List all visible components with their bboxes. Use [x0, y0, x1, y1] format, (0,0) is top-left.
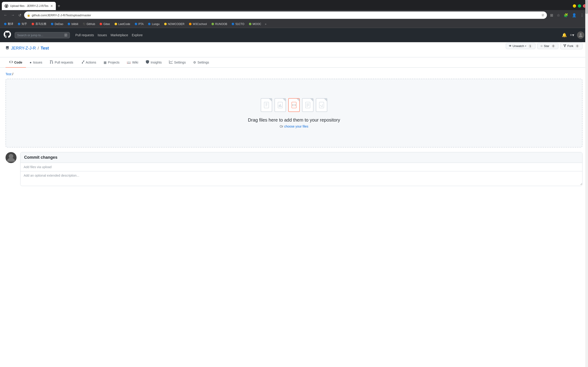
commit-title-input[interactable]: [20, 163, 582, 171]
repo-name-link[interactable]: Test: [41, 46, 49, 51]
tab-pull-requests[interactable]: Pull requests: [46, 57, 77, 68]
tab-issues[interactable]: ● Issues: [26, 57, 46, 68]
star-button[interactable]: ☆ Star 0: [537, 43, 559, 49]
bookmark-mooc[interactable]: 🟢 MOOC: [247, 22, 263, 26]
user-avatar[interactable]: [577, 31, 584, 39]
nav-marketplace[interactable]: Marketplace: [111, 33, 128, 37]
star-icon: ☆: [540, 44, 543, 48]
fork-label: Fork: [567, 44, 573, 48]
nav-pull-requests[interactable]: Pull requests: [75, 33, 94, 37]
tab-code[interactable]: Code: [6, 57, 26, 68]
star-label: Star: [544, 44, 549, 48]
repo-actions: 👁 Unwatch ▾ 1 ☆ Star 0 Fork 0: [506, 43, 582, 49]
bookmark-favicon-jiamala: 🔴: [31, 23, 35, 26]
file-icon-zip: [261, 98, 272, 112]
bookmark-star-button[interactable]: ☆: [555, 12, 561, 18]
file-icon-pdf: [316, 98, 327, 112]
menu-button[interactable]: ⋮: [579, 12, 585, 18]
bookmark-zhihu[interactable]: 🔵 知乎: [16, 21, 29, 27]
tab-projects[interactable]: ▦ Projects: [100, 57, 123, 68]
security-tab-icon: [146, 60, 149, 65]
file-type-icons: [261, 98, 327, 112]
bookmark-bilibili[interactable]: 🔵 bilibili: [65, 22, 80, 26]
tab-settings-label: Settings: [198, 60, 209, 64]
svg-rect-10: [292, 102, 296, 108]
bookmark-gitee[interactable]: 🔴 Gitee: [97, 22, 112, 26]
svg-rect-16: [319, 102, 324, 108]
tab-insights[interactable]: Settings: [165, 57, 190, 68]
bookmark-nowcoder[interactable]: 🟡 NOWCODER: [162, 22, 187, 26]
tab-close-button[interactable]: ✕: [50, 4, 53, 8]
watch-dropdown-arrow[interactable]: ▾: [525, 45, 526, 47]
bookmark-favicon-leetcode: 🟡: [114, 23, 117, 26]
svg-rect-7: [279, 105, 279, 107]
bookmark-favicon-nowcoder: 🟡: [164, 23, 167, 26]
bookmark-favicon-w3cschool: 🟠: [189, 23, 192, 26]
new-item-button[interactable]: +▾: [570, 33, 574, 38]
maximize-button[interactable]: □: [578, 4, 581, 8]
choose-files-link[interactable]: choose your files: [284, 125, 308, 128]
watch-label: Unwatch: [513, 44, 524, 48]
scrollbar-thumb[interactable]: [585, 0, 588, 14]
star-count: 0: [551, 44, 556, 48]
bookmark-favicon-fanyi: 🔵: [4, 23, 7, 26]
bookmark-51cto[interactable]: 🔵 51CTO: [229, 22, 246, 26]
tab-wiki[interactable]: 📖 Wiki: [123, 57, 142, 68]
settings-tab-icon: ⚙: [193, 60, 196, 64]
nav-explore[interactable]: Explore: [132, 33, 143, 37]
repo-type-icon: [6, 46, 9, 51]
back-button[interactable]: ←: [3, 12, 8, 18]
tab-security[interactable]: Insights: [142, 57, 165, 68]
bookmark-pta[interactable]: 🔵 PTA: [132, 22, 145, 26]
pullrequests-tab-icon: [50, 60, 53, 65]
reload-button[interactable]: ↺: [17, 12, 22, 18]
code-tab-icon: [9, 60, 13, 65]
address-bar[interactable]: 🔒 github.com/JERRY-Z-J-R/Test/upload/mas…: [24, 11, 547, 19]
file-icon-text: [302, 98, 313, 112]
bookmark-fanyi[interactable]: 🔵 翻译: [2, 21, 15, 27]
tab-issues-label: Issues: [33, 60, 42, 64]
account-button[interactable]: 👤: [571, 12, 578, 18]
dropzone-or-text: Or: [280, 125, 284, 128]
toolbar-icons: ⊞ ☆ 🧩 👤 ⋮: [549, 12, 585, 18]
projects-tab-icon: ▦: [104, 60, 107, 64]
file-icon-chart: [275, 98, 286, 112]
breadcrumb-repo-link[interactable]: Test: [6, 72, 11, 76]
bookmark-leetcode[interactable]: 🟡 LeetCode: [112, 22, 132, 26]
bookmarks-bar: 🔵 翻译 🔵 知乎 🔴 喜马拉雅 🔵 DeDao 🔵 bilibili ⚫ Gi…: [0, 20, 588, 28]
svg-rect-9: [281, 106, 282, 107]
notifications-bell-button[interactable]: 🔔: [562, 33, 567, 38]
bookmark-luogu[interactable]: 🔵 Luogu: [146, 22, 161, 26]
github-header-icons: 🔔 +▾: [562, 31, 584, 39]
github-search[interactable]: Search or jump to... /: [15, 32, 70, 38]
extensions-button[interactable]: 🧩: [562, 12, 570, 18]
forward-button[interactable]: →: [10, 12, 16, 18]
tab-actions-label: Actions: [86, 60, 96, 64]
bookmark-dedao[interactable]: 🔵 DeDao: [49, 22, 65, 26]
page-scrollbar[interactable]: [585, 0, 588, 367]
more-bookmarks-button[interactable]: »: [263, 22, 268, 26]
repo-owner-link[interactable]: JERRY-Z-J-R: [11, 46, 36, 51]
tab-settings[interactable]: ⚙ Settings: [190, 57, 213, 68]
fork-button[interactable]: Fork 0: [560, 43, 582, 49]
minimize-button[interactable]: —: [573, 4, 576, 8]
bookmark-w3cschool[interactable]: 🟠 W3Cschool: [187, 22, 208, 26]
active-tab[interactable]: Upload files · JERRY-Z-J-R/Tes ✕: [2, 2, 56, 10]
browser-toolbar: ← → ↺ 🔒 github.com/JERRY-Z-J-R/Test/uplo…: [0, 10, 588, 20]
lock-icon: 🔒: [27, 14, 30, 17]
tab-pr-label: Pull requests: [55, 60, 73, 64]
tab-actions[interactable]: Actions: [77, 57, 100, 68]
bookmark-runoob[interactable]: 🟢 RUNOOB: [209, 22, 229, 26]
search-hint: /: [64, 33, 67, 37]
translate-button[interactable]: ⊞: [549, 12, 554, 18]
bookmark-github[interactable]: ⚫ GitHub: [81, 22, 97, 26]
file-dropzone[interactable]: Drag files here to add them to your repo…: [6, 79, 582, 148]
wiki-tab-icon: 📖: [127, 60, 131, 64]
new-tab-button[interactable]: +: [56, 2, 62, 10]
commit-description-input[interactable]: [20, 171, 582, 185]
watch-button[interactable]: 👁 Unwatch ▾ 1: [506, 43, 536, 49]
bookmark-jiamala[interactable]: 🔴 喜马拉雅: [29, 21, 48, 27]
nav-issues[interactable]: Issues: [98, 33, 107, 37]
github-logo[interactable]: [4, 31, 11, 40]
fork-count: 0: [575, 44, 579, 48]
